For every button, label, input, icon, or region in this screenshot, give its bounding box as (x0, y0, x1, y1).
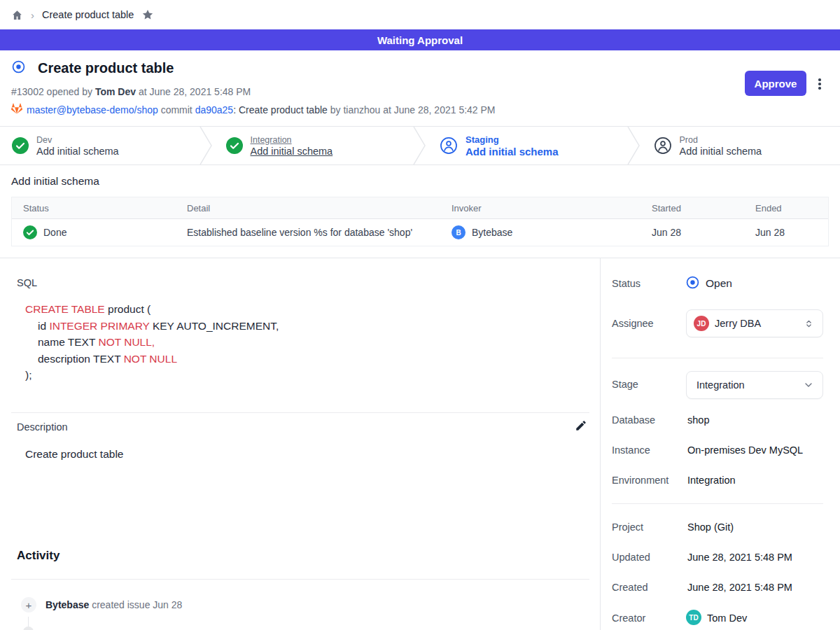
activity-author: Bytebase (46, 599, 89, 610)
divider (612, 358, 823, 358)
stage-task-label: Add initial schema (465, 146, 559, 158)
divider (11, 579, 589, 580)
creator-value: Tom Dev (707, 612, 747, 624)
activity-heading: Activity (17, 549, 59, 563)
stage-done-icon (226, 137, 243, 154)
approve-button[interactable]: Approve (745, 71, 806, 96)
bookmark-star-icon[interactable] (141, 8, 154, 21)
stage-separator (199, 127, 214, 164)
more-options-icon[interactable] (814, 77, 825, 91)
stage-value: Integration (696, 379, 745, 391)
sql-section-label: SQL (17, 277, 37, 288)
banner-text: Waiting Approval (377, 34, 463, 46)
breadcrumb-page-title: Create product table (42, 9, 134, 20)
task-row: Done Established baseline version %s for… (12, 219, 828, 246)
stage-env-label: Prod (680, 135, 762, 145)
home-icon[interactable] (11, 9, 23, 21)
breadcrumb: › Create product table (0, 0, 840, 29)
stage-done-icon (12, 137, 29, 154)
task-section-heading: Add initial schema (11, 175, 99, 188)
stage-task-label: Add initial schema (680, 146, 762, 157)
creator-label: Creator (612, 612, 645, 624)
updated-value: June 28, 2021 5:48 PM (687, 552, 792, 563)
stage-env-label: Staging (465, 134, 559, 145)
stage-task-label: Add initial schema (36, 146, 119, 157)
task-table: Status Detail Invoker Started Ended Done… (11, 197, 829, 246)
divider (11, 412, 589, 413)
issue-header: Create product table #13002 opened by To… (0, 50, 840, 126)
issue-meta: #13002 opened by Tom Dev at June 28, 202… (11, 86, 251, 97)
edit-description-icon[interactable] (574, 419, 588, 433)
environment-label: Environment (612, 475, 668, 486)
pipeline-stage-dev[interactable]: Dev Add initial schema (0, 127, 199, 164)
task-table-header: Status Detail Invoker Started Ended (12, 197, 828, 219)
stage-label: Stage (612, 379, 638, 390)
commit-hash-link[interactable]: da90a25 (195, 104, 234, 115)
activity-next-marker (23, 626, 34, 630)
stage-env-label: Dev (36, 135, 119, 145)
database-label: Database (612, 414, 655, 426)
column-ended: Ended (744, 203, 828, 214)
issue-id: #13002 (11, 86, 44, 97)
issue-open-icon (12, 60, 25, 76)
stage-separator (412, 127, 428, 164)
stage-separator (626, 127, 642, 164)
pipeline-stage-prod[interactable]: Prod Add initial schema (642, 127, 840, 164)
invoker-avatar: B (451, 225, 465, 239)
status-value: Open (706, 277, 732, 290)
task-status: Done (43, 227, 66, 238)
activity-item: + Bytebase created issue Jun 28 (21, 597, 182, 612)
assignee-avatar: JD (694, 316, 709, 331)
column-detail: Detail (176, 203, 440, 214)
column-invoker: Invoker (440, 203, 640, 214)
description-label: Description (17, 421, 68, 433)
gitlab-icon (11, 103, 22, 116)
task-detail: Established baseline version %s for data… (187, 227, 412, 238)
column-status: Status (12, 203, 176, 214)
chevron-down-icon (803, 379, 814, 391)
environment-value: Integration (687, 475, 736, 486)
project-label: Project (612, 522, 643, 533)
assignee-select[interactable]: JD Jerry DBA (686, 309, 823, 337)
main-column: SQL CREATE TABLE product (id INTEGER PRI… (0, 258, 601, 630)
approval-status-banner: Waiting Approval (0, 29, 840, 50)
pipeline-stage-staging[interactable]: Staging Add initial schema (428, 127, 626, 164)
page-title: Create product table (38, 60, 174, 76)
activity-create-icon: + (21, 597, 36, 612)
stage-pending-approval-icon (440, 136, 458, 155)
commit-byline: by tianzhou at June 28, 2021 5:42 PM (330, 104, 496, 115)
status-label: Status (612, 278, 640, 289)
issue-author: Tom Dev (95, 86, 136, 97)
stage-select[interactable]: Integration (686, 371, 823, 399)
assignee-label: Assignee (612, 318, 654, 329)
bytebase-issue-page: › Create product table Waiting Approval … (0, 0, 840, 630)
creator-avatar: TD (686, 610, 701, 625)
instance-label: Instance (612, 444, 650, 456)
chevron-right-icon: › (31, 10, 34, 20)
instance-value: On-premises Dev MySQL (687, 444, 803, 456)
status-open-icon (686, 276, 699, 289)
column-started: Started (640, 203, 744, 214)
sql-code: CREATE TABLE product (id INTEGER PRIMARY… (25, 301, 279, 384)
task-started: Jun 28 (652, 227, 681, 238)
created-label: Created (612, 582, 648, 593)
commit-branch-link[interactable]: master@bytebase-demo/shop (27, 104, 158, 115)
project-value: Shop (Git) (687, 522, 734, 533)
stage-env-label: Integration (251, 135, 333, 145)
details-sidebar: Status Open Assignee JD Jerry DBA Stage … (601, 258, 840, 630)
content-split: SQL CREATE TABLE product (id INTEGER PRI… (0, 258, 840, 630)
activity-text: created issue Jun 28 (92, 599, 182, 610)
commit-info: master@bytebase-demo/shop commit da90a25… (11, 103, 496, 116)
commit-message: Create product table (239, 104, 328, 115)
assignee-value: Jerry DBA (715, 318, 761, 329)
task-done-icon (23, 225, 37, 239)
pipeline-stage-integration[interactable]: Integration Add initial schema (214, 127, 413, 164)
stage-pipeline: Dev Add initial schema Integration Add i… (0, 126, 840, 165)
divider (612, 503, 823, 504)
updown-chevron-icon (804, 318, 814, 329)
stage-task-label: Add initial schema (251, 146, 333, 157)
database-value: shop (687, 414, 709, 426)
updated-label: Updated (612, 552, 650, 563)
stage-pending-approval-icon (654, 136, 672, 155)
task-ended: Jun 28 (755, 227, 785, 238)
